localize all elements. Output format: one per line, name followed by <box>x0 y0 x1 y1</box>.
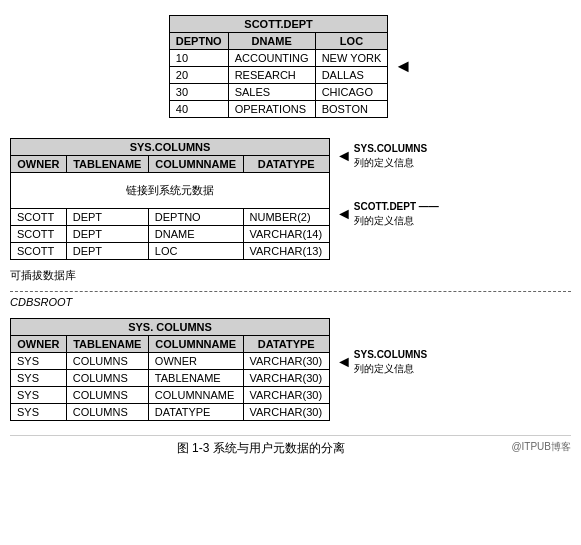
top-section: SCOTT.DEPT DEPTNO DNAME LOC 10 ACCOUNTIN… <box>10 15 571 118</box>
b-col-columnname: COLUMNNAME <box>148 336 243 353</box>
table-row: SCOTT DEPT DNAME VARCHAR(14) <box>11 226 330 243</box>
right-arrow-icon-2: ◄ <box>336 205 352 223</box>
ann-text-1: 列的定义信息 <box>354 156 427 170</box>
scott-dept-col-loc: LOC <box>315 33 388 50</box>
bottom-annotation: SYS.COLUMNS 列的定义信息 <box>354 348 427 376</box>
table-row: 30 SALES CHICAGO <box>169 84 388 101</box>
cdbsroot-label: CDBSROOT <box>10 296 571 308</box>
ann-title-2: SCOTT.DEPT —— <box>354 200 439 214</box>
right-arrow-icon-3: ◄ <box>336 353 352 371</box>
sys-columns-annotation: SYS.COLUMNS 列的定义信息 <box>354 142 427 170</box>
scott-dept-table: SCOTT.DEPT DEPTNO DNAME LOC 10 ACCOUNTIN… <box>169 15 389 118</box>
caption-text: 图 1-3 系统与用户元数据的分离 <box>177 441 345 455</box>
pluggable-label: 可插拔数据库 <box>10 268 571 283</box>
table-row: SYS COLUMNS COLUMNNAME VARCHAR(30) <box>11 387 330 404</box>
table-row: SYS COLUMNS DATATYPE VARCHAR(30) <box>11 404 330 421</box>
scott-dept-ann-row: ◄ SCOTT.DEPT —— 列的定义信息 <box>336 200 439 228</box>
b-col-owner: OWNER <box>11 336 67 353</box>
middle-section: SYS.COLUMNS OWNER TABLENAME COLUMNNAME D… <box>10 138 571 260</box>
link-text-row: 链接到系统元数据 <box>11 173 330 209</box>
scott-dept-table-wrapper: SCOTT.DEPT DEPTNO DNAME LOC 10 ACCOUNTIN… <box>169 15 389 118</box>
sys-columns-top-table: SYS.COLUMNS OWNER TABLENAME COLUMNNAME D… <box>10 138 330 260</box>
middle-annotations: ◄ SYS.COLUMNS 列的定义信息 ◄ SCOTT.DEPT —— 列的定… <box>336 142 439 228</box>
sys-columns-bottom-table: SYS. COLUMNS OWNER TABLENAME COLUMNNAME … <box>10 318 330 421</box>
figure-caption: @ITPUB博客 图 1-3 系统与用户元数据的分离 <box>10 435 571 457</box>
col-owner: OWNER <box>11 156 67 173</box>
scott-dept-title: SCOTT.DEPT <box>169 16 388 33</box>
bottom-annotation-row: ◄ SYS.COLUMNS 列的定义信息 <box>336 348 427 376</box>
table-row: 20 RESEARCH DALLAS <box>169 67 388 84</box>
b-col-tablename: TABLENAME <box>66 336 148 353</box>
table-row: 40 OPERATIONS BOSTON <box>169 101 388 118</box>
dashed-line <box>10 291 571 292</box>
sys-columns-bottom-wrapper: SYS. COLUMNS OWNER TABLENAME COLUMNNAME … <box>10 318 330 421</box>
watermark: @ITPUB博客 <box>511 440 571 454</box>
table-row: SCOTT DEPT LOC VARCHAR(13) <box>11 243 330 260</box>
scott-dept-col-dname: DNAME <box>228 33 315 50</box>
ann-title-1: SYS.COLUMNS <box>354 142 427 156</box>
left-arrow-icon: ◄ <box>394 56 412 77</box>
ann-title-3: SYS.COLUMNS <box>354 348 427 362</box>
diagram-container: SCOTT.DEPT DEPTNO DNAME LOC 10 ACCOUNTIN… <box>10 15 571 535</box>
table-row: SYS COLUMNS TABLENAME VARCHAR(30) <box>11 370 330 387</box>
scott-dept-col-deptno: DEPTNO <box>169 33 228 50</box>
table-row: SYS COLUMNS OWNER VARCHAR(30) <box>11 353 330 370</box>
table-row: SCOTT DEPT DEPTNO NUMBER(2) <box>11 209 330 226</box>
ann-text-3: 列的定义信息 <box>354 362 427 376</box>
sys-columns-top-wrapper: SYS.COLUMNS OWNER TABLENAME COLUMNNAME D… <box>10 138 330 260</box>
scott-dept-annotation: SCOTT.DEPT —— 列的定义信息 <box>354 200 439 228</box>
col-datatype: DATATYPE <box>243 156 329 173</box>
right-arrow-icon-1: ◄ <box>336 147 352 165</box>
top-arrow: ◄ <box>394 15 412 118</box>
table-row: 10 ACCOUNTING NEW YORK <box>169 50 388 67</box>
b-col-datatype: DATATYPE <box>243 336 329 353</box>
link-text: 链接到系统元数据 <box>11 173 330 209</box>
col-tablename: TABLENAME <box>66 156 148 173</box>
col-columnname: COLUMNNAME <box>148 156 243 173</box>
sys-columns-bottom-title: SYS. COLUMNS <box>11 319 330 336</box>
sys-columns-top-title: SYS.COLUMNS <box>11 139 330 156</box>
bottom-section: SYS. COLUMNS OWNER TABLENAME COLUMNNAME … <box>10 318 571 421</box>
separator-section: 可插拔数据库 CDBSROOT <box>10 268 571 308</box>
sys-columns-ann-row: ◄ SYS.COLUMNS 列的定义信息 <box>336 142 439 170</box>
ann-text-2: 列的定义信息 <box>354 214 439 228</box>
